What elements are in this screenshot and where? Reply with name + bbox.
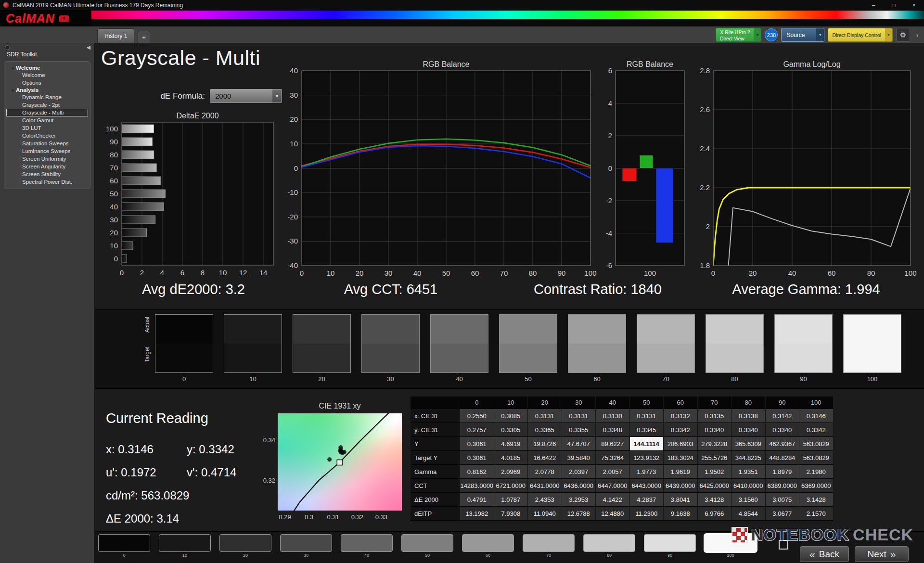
back-label: Back <box>819 549 839 560</box>
display-control-arrow-icon[interactable]: ▼ <box>885 28 892 41</box>
meter-dropdown[interactable]: X-Rite i1Pro 2 Direct View ▼ <box>716 28 761 42</box>
settings-gear-icon[interactable]: ⚙ <box>896 28 910 42</box>
table-cell: 0.2757 <box>460 423 494 437</box>
actual-label: Actual <box>144 317 151 333</box>
swatch-actual-half <box>637 315 694 344</box>
sidebar-item-options[interactable]: Options <box>6 79 88 87</box>
cie-x-tick: 0.32 <box>349 513 365 521</box>
patch-button-70[interactable]: 70 <box>523 534 575 558</box>
table-cell: 2.0057 <box>595 465 629 479</box>
patch-button-0[interactable]: 0 <box>98 534 150 558</box>
svg-text:2.8: 2.8 <box>700 66 710 75</box>
table-cell: 4.8544 <box>731 507 765 521</box>
add-tab-button[interactable]: + <box>138 31 150 43</box>
svg-text:12: 12 <box>239 269 247 277</box>
table-cell: 448.8284 <box>765 451 799 465</box>
table-cell: 462.9367 <box>765 437 799 451</box>
sidebar-item-screen-angularity[interactable]: Screen Angularity <box>6 163 88 170</box>
back-button[interactable]: « Back <box>800 546 849 562</box>
sidebar-section-label: Welcome <box>16 65 40 71</box>
sidebar-section-welcome[interactable]: ▸Welcome <box>6 64 88 71</box>
sidebar-item-saturation-sweeps[interactable]: Saturation Sweeps <box>6 140 88 147</box>
table-cell: 344.8225 <box>731 451 765 465</box>
svg-text:0: 0 <box>300 269 304 277</box>
patch-button-90[interactable]: 90 <box>644 534 696 558</box>
table-column-header: 50 <box>629 397 664 409</box>
table-row: Y0.30614.691919.872647.670789.6227144.11… <box>411 437 833 451</box>
de-formula-dropdown[interactable]: 2000 ▼ <box>210 89 282 103</box>
table-row-label: Target Y <box>411 451 460 465</box>
gamma-log-chart: Gamma Log/Log2.82.62.42.221.802040608010… <box>693 60 924 282</box>
table-cell: 0.3130 <box>595 409 629 423</box>
swatch-box <box>499 314 557 373</box>
patch-button-50[interactable]: 50 <box>401 534 453 558</box>
workflow-tree: ▸WelcomeWelcomeOptions▸AnalysisDynamic R… <box>4 61 90 189</box>
patch-button-10[interactable]: 10 <box>159 534 211 558</box>
meter-dropdown-arrow-icon[interactable]: ▼ <box>754 28 761 41</box>
sidebar-item-grayscale-multi[interactable]: Grayscale - Multi <box>6 109 88 116</box>
cie-title: CIE 1931 xy <box>278 402 402 410</box>
swatch-level-label: 50 <box>525 375 531 383</box>
swatch-box <box>224 314 282 373</box>
svg-text:30: 30 <box>290 91 298 99</box>
patch-button-40[interactable]: 40 <box>341 534 393 558</box>
patch-button-30[interactable]: 30 <box>280 534 332 558</box>
sidebar-item-3d-lut[interactable]: 3D LUT <box>6 124 88 132</box>
minimize-button[interactable]: – <box>863 0 884 11</box>
workflow-dot-icon[interactable] <box>5 45 10 50</box>
table-column-header: 100 <box>799 397 833 409</box>
tab-history-1[interactable]: History 1 <box>97 28 134 43</box>
sidebar-item-screen-stability[interactable]: Screen Stability <box>6 170 88 178</box>
calman-logo[interactable]: CalMAN ▼ <box>0 11 91 26</box>
sidebar-section-analysis[interactable]: ▸Analysis <box>6 87 88 93</box>
patch-swatch <box>462 534 514 552</box>
sidebar-item-grayscale-2pt[interactable]: Grayscale - 2pt <box>6 101 88 109</box>
sidebar-item-luminance-sweeps[interactable]: Luminance Sweeps <box>6 147 88 155</box>
patch-swatch <box>159 534 211 552</box>
swatch-actual-half <box>293 315 350 344</box>
patch-label: 40 <box>364 553 369 558</box>
table-column-header: 80 <box>731 397 765 409</box>
svg-text:40: 40 <box>110 203 118 211</box>
sidebar-item-screen-uniformity[interactable]: Screen Uniformity <box>6 155 88 163</box>
calman-menu-arrow-icon[interactable]: ▼ <box>59 15 69 22</box>
maximize-button[interactable]: □ <box>884 0 904 11</box>
calman-logo-text: CalMAN <box>6 12 55 26</box>
patch-button-80[interactable]: 80 <box>583 534 635 558</box>
patch-row: 0102030405060708090100 <box>98 534 757 558</box>
display-control-dropdown[interactable]: Direct Display Control ▼ <box>828 28 893 42</box>
panel-expand-chevron-icon[interactable]: › <box>913 28 921 42</box>
svg-text:0: 0 <box>608 164 612 172</box>
main-panel: Grayscale - Multi dE Formula: 2000 ▼ Del… <box>95 43 924 563</box>
svg-text:70: 70 <box>500 269 508 277</box>
table-cell: 3.0075 <box>765 493 799 507</box>
patch-label: 50 <box>425 553 430 558</box>
next-button[interactable]: Next » <box>855 546 909 562</box>
sidebar-item-dynamic-range[interactable]: Dynamic Range <box>6 93 88 101</box>
target-label: Target <box>144 346 151 362</box>
table-cell: 2.4353 <box>527 493 562 507</box>
source-dropdown-arrow-icon[interactable]: ▼ <box>816 28 824 41</box>
table-column-header: 40 <box>595 397 629 409</box>
source-dropdown[interactable]: Source ▼ <box>781 28 824 42</box>
avg-cct-stat: Avg CCT: 6451 <box>344 282 438 297</box>
sidebar-item-colorchecker[interactable]: ColorChecker <box>6 132 88 140</box>
table-cell: 0.3135 <box>697 409 732 423</box>
table-cell: 0.4791 <box>460 493 494 507</box>
table-cell: 4.1422 <box>595 493 629 507</box>
sidebar-item-spectral-power-dist[interactable]: Spectral Power Dist. <box>6 178 88 186</box>
table-cell: 123.9132 <box>629 451 664 465</box>
svg-text:20: 20 <box>356 269 364 277</box>
table-cell: 0.3138 <box>731 409 765 423</box>
svg-text:60: 60 <box>828 269 836 277</box>
svg-text:2.6: 2.6 <box>700 105 710 114</box>
patch-button-20[interactable]: 20 <box>219 534 271 558</box>
close-button[interactable]: × <box>904 0 924 11</box>
sidebar-item-color-gamut[interactable]: Color Gamut <box>6 116 88 124</box>
sidebar-item-welcome[interactable]: Welcome <box>6 71 88 79</box>
grayscale-swatch-30: 30 <box>361 314 420 383</box>
svg-text:2.2: 2.2 <box>700 183 710 192</box>
patch-button-60[interactable]: 60 <box>462 534 514 558</box>
cie-x-tick: 0.29 <box>277 513 293 521</box>
sidebar-collapse-icon[interactable]: ◀ <box>87 44 90 51</box>
